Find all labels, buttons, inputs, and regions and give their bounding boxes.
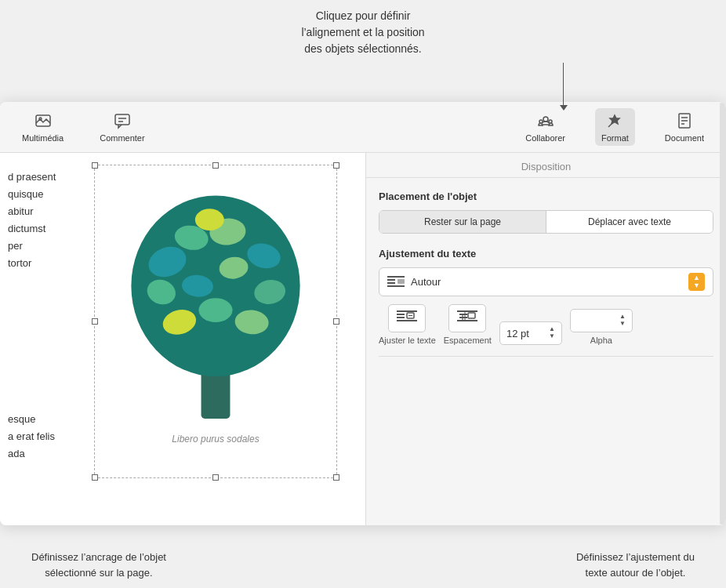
wrap-icon: [387, 275, 405, 289]
document-label: Document: [665, 133, 704, 143]
pt-group: 12 pt ▲ ▼: [499, 321, 562, 345]
alpha-stepper[interactable]: ▲ ▼: [619, 314, 626, 328]
text-line-1: d praesent: [8, 169, 56, 186]
content-area: d praesent quisque abitur dictumst per t…: [0, 153, 726, 525]
tooltip-line1: Cliquez pour définir: [316, 9, 411, 22]
handle-tm[interactable]: [212, 162, 219, 169]
wrap-stepper[interactable]: ▲ ▼: [688, 273, 705, 291]
svg-rect-35: [397, 320, 417, 321]
svg-point-26: [198, 298, 232, 322]
image-icon: [34, 111, 53, 130]
bottom-label-right: Définissez l’ajustement du texte autour …: [576, 550, 695, 580]
tooltip-line2: l’alignement et la position: [301, 26, 424, 38]
scroll-strip[interactable]: [720, 153, 726, 525]
toolbar-document[interactable]: Document: [659, 108, 710, 146]
svg-rect-2: [115, 114, 129, 125]
bottom-label-left: Définissez l’ancrage de l’objet sélectio…: [31, 550, 166, 580]
svg-rect-31: [397, 279, 405, 284]
handle-mr[interactable]: [333, 318, 339, 325]
text-line-2: quisque: [8, 186, 56, 203]
bottom-labels: Définissez l’ancrage de l’objet sélectio…: [0, 550, 726, 580]
comment-label: Commenter: [100, 133, 144, 143]
alpha-group: ▲ ▼ Alpha: [570, 309, 633, 345]
main-window: Multimédia Commenter Collaborer: [0, 102, 726, 525]
svg-rect-34: [397, 317, 405, 318]
down-arrow: ▼: [693, 282, 700, 289]
svg-rect-39: [459, 314, 467, 315]
comment-icon: [113, 111, 132, 130]
toolbar-comment[interactable]: Commenter: [93, 108, 151, 146]
toolbar-collaborate[interactable]: Collaborer: [519, 108, 572, 146]
btn-move-with-text[interactable]: Déplacer avec texte: [546, 211, 713, 233]
alpha-label-text: Alpha: [590, 336, 612, 345]
svg-rect-27: [387, 276, 405, 278]
svg-point-23: [195, 209, 224, 230]
svg-rect-29: [387, 282, 395, 284]
handle-tl[interactable]: [92, 162, 98, 169]
bottom-left-line1: Définissez l’ancrage de l’objet: [31, 551, 166, 563]
multimedia-label: Multimédia: [22, 133, 64, 143]
text-bottom-1: esque: [8, 411, 55, 428]
toolbar-format[interactable]: Format: [595, 108, 635, 146]
adjust-text-label: Ajuster le texte: [379, 336, 436, 345]
format-label: Format: [601, 133, 629, 143]
text-line-6: tortor: [8, 255, 56, 272]
collaborate-icon: [536, 111, 555, 130]
tree-caption: Libero purus sodales: [95, 434, 336, 445]
tooltip-arrow: [563, 63, 564, 106]
panel-title: Disposition: [366, 153, 726, 178]
spacing-group: Espacement: [444, 304, 492, 345]
collaborate-label: Collaborer: [525, 133, 565, 143]
spacing-label: Espacement: [444, 336, 492, 345]
toolbar-multimedia[interactable]: Multimédia: [16, 108, 70, 146]
tree-svg: [95, 165, 336, 430]
svg-rect-33: [397, 314, 405, 315]
handle-tr[interactable]: [333, 162, 339, 169]
format-icon: [605, 111, 624, 130]
right-panel: Disposition Placement de l'objet Rester …: [365, 153, 726, 525]
alpha-input[interactable]: ▲ ▼: [570, 309, 633, 332]
wrap-dropdown[interactable]: Autour ▲ ▼: [379, 267, 713, 296]
svg-rect-42: [468, 313, 475, 318]
bottom-right-line1: Définissez l’ajustement du: [576, 551, 695, 563]
svg-point-5: [543, 117, 548, 122]
document-icon: [675, 111, 694, 130]
text-line-5: per: [8, 238, 56, 255]
text-line-4: dictumst: [8, 220, 56, 238]
panel-content: Placement de l'objet Rester sur la page …: [366, 178, 726, 525]
pt-down[interactable]: ▼: [549, 333, 555, 340]
svg-rect-28: [387, 279, 395, 281]
adjust-text-icon: [397, 310, 417, 327]
svg-rect-32: [397, 310, 417, 312]
bottom-left-line2: sélectionné sur la page.: [45, 567, 152, 579]
dropdown-value: Autour: [411, 276, 441, 288]
handle-bm[interactable]: [212, 474, 219, 481]
adjust-text-btn[interactable]: [388, 304, 426, 332]
tooltip: Cliquez pour définir l’alignement et la …: [0, 8, 726, 57]
placement-section-title: Placement de l'objet: [379, 191, 713, 202]
controls-row: Ajuster le texte: [379, 304, 713, 345]
up-arrow: ▲: [693, 274, 700, 281]
pt-input[interactable]: 12 pt ▲ ▼: [499, 321, 562, 345]
handle-br[interactable]: [333, 474, 339, 481]
svg-line-8: [608, 122, 613, 127]
doc-text-bottom: esque a erat felis ada: [8, 411, 55, 463]
dropdown-icon-row: Autour: [387, 275, 441, 289]
btn-stay-on-page[interactable]: Rester sur la page: [379, 211, 546, 233]
handle-ml[interactable]: [92, 318, 98, 325]
handle-bl[interactable]: [92, 474, 98, 481]
document-area: d praesent quisque abitur dictumst per t…: [0, 153, 365, 525]
page: d praesent quisque abitur dictumst per t…: [0, 153, 365, 525]
tree-image[interactable]: Libero purus sodales: [94, 165, 337, 478]
svg-rect-40: [459, 317, 467, 318]
divider: [379, 356, 713, 357]
pt-stepper[interactable]: ▲ ▼: [549, 326, 555, 340]
bottom-right-line2: texte autour de l’objet.: [586, 567, 686, 579]
tooltip-line3: des objets sélectionnés.: [304, 42, 421, 55]
text-line-3: abitur: [8, 203, 56, 220]
text-bottom-3: ada: [8, 445, 55, 463]
spacing-btn[interactable]: [448, 304, 486, 332]
pt-value: 12 pt: [506, 328, 529, 339]
alpha-down[interactable]: ▼: [619, 321, 626, 328]
toolbar: Multimédia Commenter Collaborer: [0, 102, 726, 153]
